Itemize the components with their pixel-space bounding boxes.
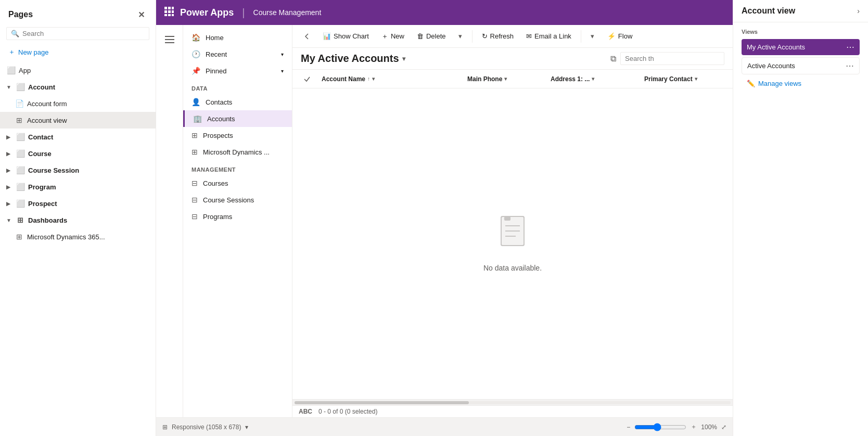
pinned-chevron-icon: ▾ bbox=[281, 68, 284, 74]
nav-section-program[interactable]: ▶ ⬜ Program bbox=[0, 178, 156, 195]
horizontal-scrollbar[interactable] bbox=[292, 399, 733, 405]
col-contact-filter-icon[interactable]: ▾ bbox=[695, 76, 697, 82]
toolbar-separator-1 bbox=[472, 30, 473, 43]
svg-rect-0 bbox=[164, 7, 167, 9]
email-link-button[interactable]: ✉ Email a Link bbox=[521, 30, 577, 43]
prospect-entity-icon: ⬜ bbox=[16, 199, 25, 208]
nav-section-prospect[interactable]: ▶ ⬜ Prospect bbox=[0, 195, 156, 212]
nav-item-account-form[interactable]: 📄 Account form bbox=[0, 95, 156, 112]
nav-courses-label: Courses bbox=[203, 179, 228, 187]
new-button[interactable]: ＋ New bbox=[376, 29, 410, 44]
expand-panel-button[interactable]: › bbox=[857, 7, 860, 15]
views-section-title: Views bbox=[742, 29, 860, 35]
nav-home-label: Home bbox=[206, 34, 224, 42]
close-panel-button[interactable]: ✕ bbox=[135, 8, 147, 21]
col-address-filter-icon[interactable]: ▾ bbox=[592, 76, 594, 82]
view-option-my-active-more-icon[interactable]: ⋯ bbox=[846, 42, 854, 52]
expand-course-session-icon: ▶ bbox=[6, 168, 12, 173]
zoom-in-button[interactable]: ＋ bbox=[691, 422, 697, 431]
pencil-icon: ✏️ bbox=[747, 80, 755, 87]
new-page-button[interactable]: ＋ New page bbox=[0, 44, 156, 60]
nav-section-course-session[interactable]: ▶ ⬜ Course Session bbox=[0, 162, 156, 178]
nav-courses[interactable]: ⊟ Courses bbox=[183, 175, 292, 191]
view-option-my-active-label: My Active Accounts bbox=[747, 43, 805, 51]
view-option-active[interactable]: Active Accounts ⋯ bbox=[742, 57, 860, 74]
pages-title: Pages bbox=[8, 10, 33, 19]
refresh-button[interactable]: ↻ Refresh bbox=[477, 30, 519, 43]
hamburger-button[interactable] bbox=[159, 29, 180, 50]
status-text: 0 - 0 of 0 (0 selected) bbox=[318, 408, 377, 415]
view-title-chevron-icon[interactable]: ▾ bbox=[402, 55, 405, 62]
more-button-2[interactable]: ▾ bbox=[585, 29, 600, 44]
nav-label-dashboards: Dashboards bbox=[28, 216, 67, 224]
back-button[interactable] bbox=[299, 28, 315, 45]
refresh-icon: ↻ bbox=[482, 32, 488, 40]
nav-section-account[interactable]: ▼ ⬜ Account bbox=[0, 79, 156, 95]
toolbar-separator-2 bbox=[581, 30, 581, 43]
responsive-label: Responsive (1058 x 678) bbox=[172, 424, 241, 431]
flow-button[interactable]: ⚡ Flow bbox=[602, 30, 637, 43]
col-account-name-filter-icon[interactable]: ▾ bbox=[372, 76, 375, 82]
svg-rect-6 bbox=[164, 14, 167, 16]
col-main-phone[interactable]: Main Phone ▾ bbox=[463, 70, 546, 88]
fit-screen-icon[interactable]: ⤢ bbox=[721, 424, 726, 431]
manage-views-button[interactable]: ✏️ Manage views bbox=[742, 76, 860, 91]
col-primary-contact[interactable]: Primary Contact ▾ bbox=[640, 70, 723, 88]
nav-label-account-view: Account view bbox=[27, 117, 67, 124]
view-option-active-more-icon[interactable]: ⋯ bbox=[846, 61, 854, 71]
show-chart-button[interactable]: 📊 Show Chart bbox=[317, 30, 374, 43]
nav-accounts-label: Accounts bbox=[207, 115, 235, 123]
no-data-icon bbox=[497, 215, 528, 258]
zoom-out-button[interactable]: − bbox=[627, 424, 630, 431]
nav-msdynamics[interactable]: ⊞ Microsoft Dynamics ... bbox=[183, 144, 292, 160]
crm-toolbar: 📊 Show Chart ＋ New 🗑 Delete ▾ ↻ Refresh bbox=[292, 25, 733, 48]
zoom-slider[interactable] bbox=[634, 423, 686, 431]
responsive-chevron-icon[interactable]: ▾ bbox=[245, 424, 248, 431]
nav-recent[interactable]: 🕐 Recent ▾ bbox=[183, 46, 292, 62]
pages-search-input[interactable] bbox=[22, 30, 145, 37]
waffle-button[interactable] bbox=[164, 7, 174, 19]
bottom-bar: ⊞ Responsive (1058 x 678) ▾ − ＋ 100% ⤢ bbox=[156, 417, 733, 436]
bottom-bar-left: ⊞ Responsive (1058 x 678) ▾ bbox=[162, 424, 248, 431]
nav-label-prospect: Prospect bbox=[28, 200, 57, 208]
col-phone-filter-icon[interactable]: ▾ bbox=[504, 76, 507, 82]
nav-section-course[interactable]: ▶ ⬜ Course bbox=[0, 145, 156, 162]
h-scroll-thumb bbox=[295, 401, 469, 404]
nav-item-account-view[interactable]: ⊞ Account view bbox=[0, 112, 156, 129]
program-entity-icon: ⬜ bbox=[16, 183, 25, 191]
delete-button[interactable]: 🗑 Delete bbox=[412, 30, 451, 43]
col-address-label: Address 1: ... bbox=[551, 75, 590, 83]
nav-item-app[interactable]: ⬜ App bbox=[0, 62, 156, 79]
view-search-input[interactable] bbox=[620, 52, 724, 65]
table-header: Account Name ↑ ▾ Main Phone ▾ Address 1:… bbox=[292, 70, 733, 88]
h-scroll-track bbox=[295, 401, 731, 404]
nav-prospects-label: Prospects bbox=[203, 132, 233, 139]
nav-pinned[interactable]: 📌 Pinned ▾ bbox=[183, 62, 292, 79]
recent-chevron-icon: ▾ bbox=[281, 52, 284, 57]
crm-left-nav bbox=[156, 25, 183, 417]
view-option-my-active[interactable]: My Active Accounts ⋯ bbox=[742, 39, 860, 55]
col-address[interactable]: Address 1: ... ▾ bbox=[546, 70, 640, 88]
svg-rect-1 bbox=[168, 7, 171, 9]
nav-home[interactable]: 🏠 Home bbox=[183, 29, 292, 46]
nav-course-sessions[interactable]: ⊟ Course Sessions bbox=[183, 191, 292, 208]
pages-search-box[interactable]: 🔍 bbox=[6, 27, 149, 40]
search-icon: 🔍 bbox=[11, 30, 19, 37]
crm-content-wrapper: My Active Accounts ▾ ⧉ Account Name bbox=[292, 48, 733, 417]
nav-section-dashboards[interactable]: ▼ ⊞ Dashboards bbox=[0, 212, 156, 228]
nav-contacts[interactable]: 👤 Contacts bbox=[183, 94, 292, 110]
col-account-name[interactable]: Account Name ↑ ▾ bbox=[317, 70, 463, 88]
nav-item-ms365[interactable]: ⊞ Microsoft Dynamics 365... bbox=[0, 228, 156, 245]
nav-section-contact[interactable]: ▶ ⬜ Contact bbox=[0, 129, 156, 145]
filter-icon[interactable]: ⧉ bbox=[610, 54, 616, 63]
ms365-icon: ⊞ bbox=[15, 233, 24, 241]
select-all-checkbox[interactable] bbox=[297, 75, 317, 83]
main-area: Power Apps | Course Management 🏠 Home 🕐 … bbox=[156, 0, 733, 436]
more-actions-button[interactable]: ▾ bbox=[453, 29, 468, 44]
nav-prospects[interactable]: ⊞ Prospects bbox=[183, 127, 292, 144]
nav-course-sessions-label: Course Sessions bbox=[203, 196, 254, 204]
expand-course-icon: ▶ bbox=[6, 151, 12, 157]
nav-programs[interactable]: ⊟ Programs bbox=[183, 208, 292, 225]
nav-accounts[interactable]: 🏢 Accounts bbox=[183, 110, 292, 127]
no-data-text: No data available. bbox=[483, 264, 542, 272]
